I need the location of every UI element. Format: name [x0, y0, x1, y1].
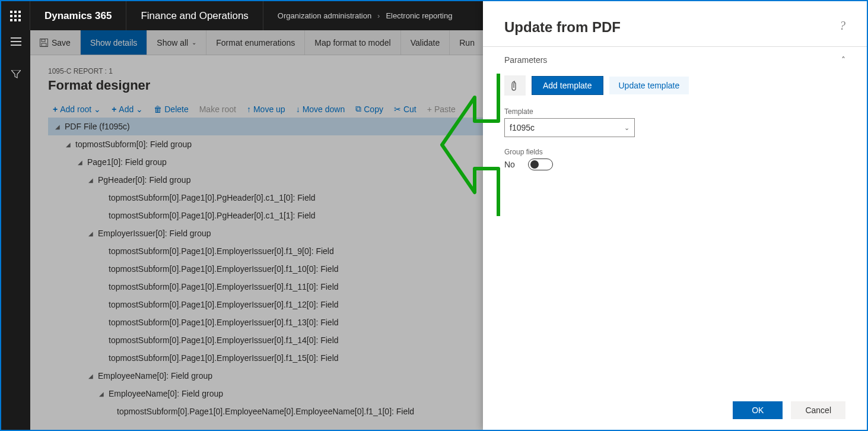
expander-icon[interactable]: ◢	[54, 123, 61, 130]
save-label: Save	[52, 38, 71, 47]
ok-button[interactable]: OK	[733, 401, 783, 419]
chevron-down-icon: ⌄	[192, 39, 196, 46]
svg-rect-12	[40, 39, 48, 46]
cancel-button[interactable]: Cancel	[791, 401, 845, 419]
svg-rect-7	[14, 19, 17, 21]
make-root-button: Make root	[199, 104, 236, 114]
add-root-button[interactable]: +Add root ⌄	[53, 104, 101, 114]
breadcrumb-item[interactable]: Organization administration	[278, 11, 371, 20]
brand-label[interactable]: Dynamics 365	[30, 1, 126, 30]
group-fields-label: Group fields	[504, 148, 845, 156]
svg-rect-2	[18, 11, 21, 13]
breadcrumb: Organization administration › Electronic…	[263, 1, 467, 30]
group-fields-value: No	[504, 160, 519, 169]
expander-icon[interactable]: ◢	[87, 176, 94, 183]
run-button[interactable]: Run	[450, 30, 485, 55]
svg-rect-4	[14, 15, 17, 17]
copy-button[interactable]: ⧉Copy	[355, 104, 383, 114]
svg-rect-10	[11, 41, 21, 42]
expander-icon[interactable]: ◢	[98, 390, 105, 397]
svg-rect-13	[42, 39, 45, 42]
svg-rect-0	[10, 11, 12, 13]
svg-rect-5	[18, 15, 21, 17]
move-up-button[interactable]: ↑Move up	[247, 104, 285, 114]
format-enumerations-button[interactable]: Format enumerations	[206, 30, 305, 55]
module-label[interactable]: Finance and Operations	[126, 1, 263, 30]
arrow-up-icon: ↑	[247, 104, 251, 114]
show-details-button[interactable]: Show details	[81, 30, 147, 55]
attachment-button[interactable]	[504, 75, 526, 96]
paste-button: +Paste	[427, 104, 456, 114]
copy-icon: ⧉	[355, 104, 361, 114]
left-rail	[1, 30, 30, 430]
svg-rect-14	[42, 43, 46, 46]
expander-icon[interactable]: ◢	[87, 372, 94, 379]
save-button[interactable]: Save	[30, 30, 81, 55]
svg-rect-11	[11, 45, 21, 46]
chevron-down-icon: ⌄	[624, 124, 629, 132]
add-button[interactable]: +Add ⌄	[112, 104, 143, 114]
help-icon[interactable]: ?	[840, 19, 845, 33]
update-from-pdf-panel: Update from PDF ? Parameters ˄ Add templ…	[483, 1, 867, 430]
expander-icon[interactable]: ◢	[65, 141, 72, 148]
delete-button[interactable]: 🗑Delete	[154, 104, 188, 114]
add-template-button[interactable]: Add template	[532, 76, 603, 95]
plus-icon: +	[112, 104, 116, 114]
cut-icon: ✂	[394, 104, 401, 114]
show-all-label: Show all	[157, 38, 188, 47]
template-label: Template	[504, 107, 845, 116]
plus-icon: +	[53, 104, 58, 114]
chevron-down-icon: ⌄	[94, 104, 101, 114]
validate-button[interactable]: Validate	[401, 30, 450, 55]
cut-button[interactable]: ✂Cut	[394, 104, 416, 114]
parameters-section-header[interactable]: Parameters ˄	[504, 55, 845, 75]
panel-title: Update from PDF	[504, 19, 621, 36]
hamburger-icon[interactable]	[11, 37, 21, 47]
expander-icon[interactable]: ◢	[87, 230, 94, 237]
arrow-down-icon: ↓	[296, 104, 300, 114]
svg-rect-1	[14, 11, 17, 13]
breadcrumb-item[interactable]: Electronic reporting	[386, 11, 452, 20]
update-template-button[interactable]: Update template	[609, 77, 689, 94]
trash-icon: 🗑	[154, 104, 162, 114]
show-all-button[interactable]: Show all ⌄	[147, 30, 206, 55]
filter-icon[interactable]	[11, 70, 21, 80]
map-format-button[interactable]: Map format to model	[305, 30, 400, 55]
expander-icon[interactable]: ◢	[77, 159, 84, 166]
chevron-up-icon: ˄	[841, 55, 845, 65]
plus-icon: +	[427, 104, 432, 114]
chevron-right-icon: ›	[377, 11, 380, 20]
svg-rect-6	[10, 19, 12, 21]
group-fields-toggle[interactable]	[528, 159, 553, 170]
chevron-down-icon: ⌄	[136, 104, 143, 114]
move-down-button[interactable]: ↓Move down	[296, 104, 345, 114]
svg-rect-3	[10, 15, 12, 17]
waffle-icon[interactable]	[1, 1, 30, 30]
template-select[interactable]: f1095c ⌄	[504, 118, 635, 137]
svg-rect-9	[11, 37, 21, 39]
svg-rect-8	[18, 19, 21, 21]
